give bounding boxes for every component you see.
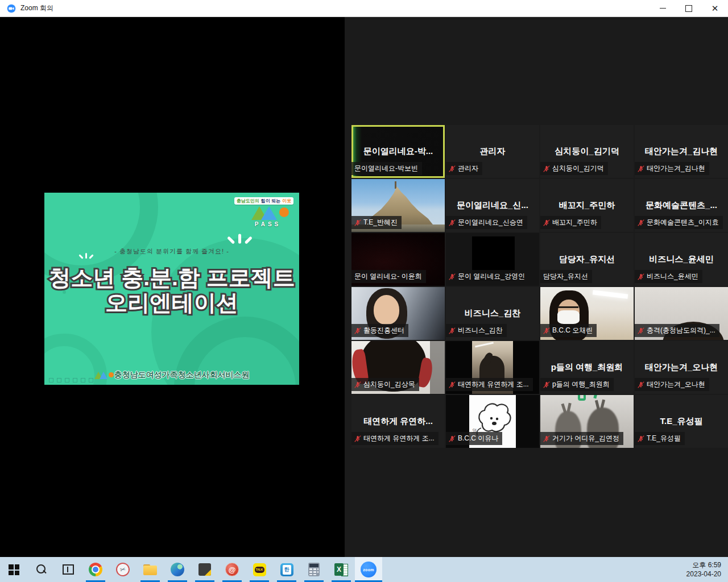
chrome-icon — [89, 563, 102, 576]
participant-tile[interactable]: 담당자_유지선 담당자_유지선 — [540, 233, 634, 286]
folder-icon — [143, 564, 157, 575]
participant-label: 태연하게 유연하게 조... — [351, 432, 439, 445]
mic-muted-icon — [543, 219, 550, 226]
participant-tile[interactable]: 충격(충청남도의격)_... — [635, 287, 728, 340]
participant-label-text: 비즈니스_윤세민 — [647, 272, 698, 281]
participant-tile[interactable]: 심치둥이_김상목 — [351, 341, 445, 394]
participant-label-text: B.C.C 오채린 — [552, 326, 593, 335]
participant-tile[interactable]: 태안가는겨_오나현 태안가는겨_오나현 — [635, 341, 728, 394]
taskbar-notes-app[interactable] — [191, 557, 218, 582]
mic-muted-icon — [543, 327, 550, 334]
window-title: Zoom 회의 — [20, 3, 53, 13]
participant-label-text: B.C.C 이유나 — [458, 434, 498, 443]
participant-tile[interactable]: 문이 열리네요_강영인 — [446, 233, 539, 286]
participant-label-text: 관리자 — [458, 164, 478, 173]
mountains-icon — [251, 206, 284, 220]
participant-label-text: T.E_반혜진 — [363, 218, 398, 227]
zoom-icon: zoom — [361, 562, 377, 577]
participant-label-text: 문이열리네요_신승연 — [458, 218, 523, 227]
taskbar-zoom-active[interactable]: zoom — [355, 557, 382, 582]
maximize-button[interactable] — [676, 0, 702, 16]
participant-tile[interactable]: 문화예술콘텐츠_... 문화예술콘텐츠_이지효 — [635, 179, 728, 232]
participant-label: 비즈니스_김찬 — [446, 324, 507, 337]
participant-label: 담당자_유지선 — [540, 270, 592, 283]
taskbar-file-explorer[interactable] — [136, 557, 164, 582]
participant-label: 문이열리네요_신승연 — [446, 216, 527, 229]
participant-tile[interactable]: 태안가는겨_김나현 태안가는겨_김나현 — [635, 125, 728, 178]
participant-tile[interactable]: T.E_유성필 T.E_유성필 — [635, 395, 728, 448]
task-view-button[interactable] — [55, 557, 82, 582]
clock-date: 2023-04-20 — [686, 569, 721, 579]
mic-muted-icon — [354, 381, 361, 388]
participant-tile[interactable]: 와 B.C.C 이유나 — [446, 395, 539, 448]
taskbar-search-button[interactable] — [27, 557, 55, 582]
participant-label: 심치둥이_김상목 — [351, 378, 419, 391]
mic-muted-icon — [449, 327, 456, 334]
participant-label-text: 심치둥이_김기덕 — [552, 164, 604, 173]
participant-tile[interactable]: T.E_반혜진 — [351, 179, 445, 232]
participant-tile[interactable]: 비즈니스_윤세민 비즈니스_윤세민 — [635, 233, 728, 286]
taskbar-snipping-tool[interactable]: ✂ — [109, 557, 136, 582]
participant-label: 활동진흥센터 — [351, 324, 408, 337]
participant-label: 비즈니스_윤세민 — [635, 270, 702, 283]
participant-gallery: 문이열리네요-박... 문이열리네요-박보빈 관리자 관리자 심치둥이_김기덕 … — [351, 125, 728, 448]
start-button[interactable] — [0, 557, 27, 582]
participant-label: 관리자 — [446, 162, 482, 175]
scissors-icon: ✂ — [115, 562, 131, 577]
hancom-icon: 한 — [280, 563, 293, 576]
taskbar-edge[interactable] — [164, 557, 191, 582]
participant-label-text: 거기가 어디유_김연정 — [552, 434, 619, 443]
slide-badge: 충남도민의 힘이 되는 이웃 — [234, 197, 293, 205]
mic-muted-icon — [543, 435, 550, 442]
participant-label-text: 심치둥이_김상목 — [363, 380, 415, 389]
slide-title-line1: 청소년 충.분.함 프로젝트 — [44, 265, 299, 290]
participant-label-text: 태연하게 유연하게 조... — [363, 434, 435, 443]
taskbar-hancom[interactable]: 한 — [273, 557, 300, 582]
taskbar-calculator[interactable] — [300, 557, 328, 582]
mic-muted-icon — [449, 165, 456, 172]
taskbar-mail-app[interactable]: @ — [218, 557, 246, 582]
participant-tile[interactable]: p들의 여행_최원희 p들의 여행_최원희 — [540, 341, 634, 394]
sparkle-icon — [238, 234, 241, 244]
slide-subtitle: - 충청남도의 분위기를 함께 즐겨요! - — [44, 247, 299, 256]
participant-tile[interactable]: 문이열리네요_신... 문이열리네요_신승연 — [446, 179, 539, 232]
mic-muted-icon — [638, 165, 644, 172]
screen-share-area: 충남도민의 힘이 되는 이웃 PASS - 충청남도의 분위기를 함께 즐겨요!… — [0, 17, 345, 557]
taskbar-excel[interactable] — [328, 557, 355, 582]
participant-label-text: 문이 열리네요- 이윤희 — [354, 272, 422, 281]
window-controls: ✕ — [650, 0, 728, 16]
close-button[interactable]: ✕ — [702, 0, 728, 16]
slide-title: 청소년 충.분.함 프로젝트 오리엔테이션 — [44, 265, 299, 315]
participant-tile[interactable]: 관리자 관리자 — [446, 125, 539, 178]
participant-label: T.E_유성필 — [635, 432, 685, 445]
taskbar-chrome[interactable] — [82, 557, 109, 582]
taskbar-kakaotalk[interactable]: TALK — [246, 557, 273, 582]
notes-app-icon — [198, 563, 211, 576]
mic-muted-icon — [638, 327, 644, 334]
slide-title-line2: 오리엔테이션 — [44, 290, 299, 315]
meeting-main-area: 충남도민의 힘이 되는 이웃 PASS - 충청남도의 분위기를 함께 즐겨요!… — [0, 17, 728, 557]
participant-tile-active-speaker[interactable]: 문이열리네요-박... 문이열리네요-박보빈 — [351, 125, 445, 178]
search-icon — [35, 564, 47, 575]
mic-muted-icon — [449, 219, 456, 226]
participant-tile[interactable]: 배꼬지_주민하 배꼬지_주민하 — [540, 179, 634, 232]
mic-muted-icon — [638, 435, 644, 442]
shared-slide: 충남도민의 힘이 되는 이웃 PASS - 충청남도의 분위기를 함께 즐겨요!… — [44, 193, 299, 385]
participant-tile[interactable]: 거기가 어디유_김연정 — [540, 395, 634, 448]
participant-label-text: 활동진흥센터 — [363, 326, 404, 335]
participant-tile[interactable]: B.C.C 오채린 — [540, 287, 634, 340]
participant-tile[interactable]: 문이 열리네요- 이윤희 — [351, 233, 445, 286]
participant-tile[interactable]: 활동진흥센터 — [351, 287, 445, 340]
participant-tile[interactable]: 심치둥이_김기덕 심치둥이_김기덕 — [540, 125, 634, 178]
excel-icon — [334, 563, 348, 576]
participant-tile[interactable]: 태연하게 유연하게 조... — [446, 341, 539, 394]
participant-label: 태연하게 유연하게 조... — [446, 378, 533, 391]
participant-label-text: 배꼬지_주민하 — [552, 218, 597, 227]
mic-muted-icon — [543, 165, 550, 172]
participant-tile[interactable]: 태연하게 유연하... 태연하게 유연하게 조... — [351, 395, 445, 448]
participant-tile[interactable]: 비즈니스_김찬 비즈니스_김찬 — [446, 287, 539, 340]
minimize-button[interactable] — [650, 0, 676, 16]
taskbar-clock[interactable]: 오후 6:59 2023-04-20 — [686, 557, 728, 582]
participant-label: p들의 여행_최원희 — [540, 378, 614, 391]
mic-muted-icon — [638, 381, 644, 388]
